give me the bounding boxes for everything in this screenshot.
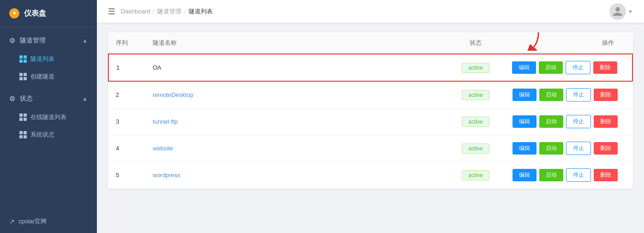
sidebar-group-status: ⚙ 状态 ▲ 在线隧道列表 系统状态 (0, 89, 97, 143)
sidebar-group-label-tunnel: 隧道管理 (20, 36, 46, 45)
breadcrumb-item-dashboard[interactable]: Dashboard (121, 8, 150, 15)
gear-icon-2: ⚙ (9, 95, 15, 103)
grid-icon-4 (19, 131, 27, 138)
chevron-down-icon[interactable]: ▼ (628, 9, 633, 14)
delete-button[interactable]: 删除 (594, 169, 618, 181)
sidebar-item-online-tunnel[interactable]: 在线隧道列表 (0, 108, 97, 126)
cell-name: remoteDesktop (145, 81, 448, 108)
sidebar-item-label-system-status: 系统状态 (30, 131, 54, 139)
breadcrumb-sep-1: / (153, 8, 155, 15)
cell-actions: 编辑 启动 停止 删除 (503, 162, 632, 189)
status-badge: active (462, 117, 489, 127)
logo-icon: ✦ (9, 8, 19, 18)
cell-status: active (448, 135, 503, 162)
action-buttons: 编辑 启动 停止 删除 (511, 168, 625, 182)
cell-name: OA (145, 54, 448, 81)
breadcrumb: Dashboard / 隧道管理 / 隧道列表 (121, 7, 213, 16)
user-icon (612, 6, 623, 17)
sidebar-bottom: ↗ cpolar官网 (0, 210, 97, 233)
topbar: ☰ Dashboard / 隧道管理 / 隧道列表 ▼ (97, 0, 644, 23)
table-row: 1 OA active 编辑 启动 停止 删除 (108, 54, 632, 81)
sidebar-group-header-status[interactable]: ⚙ 状态 ▲ (0, 89, 97, 108)
action-buttons: 编辑 启动 停止 删除 (511, 115, 625, 128)
cell-actions: 编辑 启动 停止 删除 (503, 81, 632, 108)
avatar[interactable] (609, 3, 626, 20)
content-area: 序列 隧道名称 状态 操作 1 OA active 编辑 启动 停止 删除 (97, 23, 644, 233)
action-buttons: 编辑 启动 停止 删除 (511, 61, 625, 74)
table-row: 3 tunnel-ftp active 编辑 启动 停止 删除 (108, 108, 632, 135)
table-row: 2 remoteDesktop active 编辑 启动 停止 删除 (108, 81, 632, 108)
sidebar-item-label-online-tunnel: 在线隧道列表 (30, 113, 66, 121)
chevron-up-icon-2: ▲ (82, 96, 88, 102)
table-row: 4 website active 编辑 启动 停止 删除 (108, 135, 632, 162)
cell-actions: 编辑 启动 停止 删除 (503, 108, 632, 135)
cell-number: 4 (108, 135, 145, 162)
table-card: 序列 隧道名称 状态 操作 1 OA active 编辑 启动 停止 删除 (108, 32, 633, 189)
breadcrumb-sep-2: / (184, 8, 186, 15)
cell-number: 5 (108, 162, 145, 189)
start-button[interactable]: 启动 (539, 142, 563, 155)
status-badge: active (462, 143, 489, 154)
edit-button[interactable]: 编辑 (512, 61, 536, 74)
delete-button[interactable]: 删除 (594, 89, 618, 101)
hamburger-icon[interactable]: ☰ (108, 6, 115, 17)
gear-icon: ⚙ (9, 36, 15, 45)
table-wrapper: 序列 隧道名称 状态 操作 1 OA active 编辑 启动 停止 删除 (108, 32, 633, 189)
action-buttons: 编辑 启动 停止 删除 (511, 142, 625, 155)
edit-button[interactable]: 编辑 (513, 142, 537, 155)
breadcrumb-item-tunnel-mgmt[interactable]: 隧道管理 (157, 7, 181, 16)
col-actions: 操作 (503, 32, 632, 54)
status-badge: active (462, 63, 489, 73)
external-link[interactable]: ↗ cpolar官网 (9, 217, 88, 226)
delete-button[interactable]: 删除 (593, 61, 617, 74)
external-link-icon: ↗ (9, 218, 15, 225)
action-buttons: 编辑 启动 停止 删除 (511, 88, 625, 102)
delete-button[interactable]: 删除 (594, 115, 618, 128)
external-link-label: cpolar官网 (18, 217, 47, 226)
stop-button[interactable]: 停止 (566, 168, 591, 182)
edit-button[interactable]: 编辑 (513, 169, 537, 181)
sidebar: ✦ 仪表盘 ⚙ 隧道管理 ▲ 隧道列表 创建隧道 ⚙ (0, 0, 97, 233)
col-status: 状态 (448, 32, 503, 54)
topbar-right: ▼ (609, 3, 633, 20)
col-number: 序列 (108, 32, 145, 54)
cell-number: 1 (108, 54, 145, 81)
breadcrumb-item-current: 隧道列表 (189, 7, 213, 16)
start-button[interactable]: 启动 (539, 115, 563, 128)
sidebar-item-label-create-tunnel: 创建隧道 (30, 72, 54, 81)
grid-icon (19, 55, 27, 63)
sidebar-group-header-tunnel[interactable]: ⚙ 隧道管理 ▲ (0, 31, 97, 50)
stop-button[interactable]: 停止 (566, 61, 590, 74)
start-button[interactable]: 启动 (539, 169, 563, 181)
topbar-left: ☰ Dashboard / 隧道管理 / 隧道列表 (108, 6, 213, 17)
cell-number: 3 (108, 108, 145, 135)
cell-number: 2 (108, 81, 145, 108)
table-row: 5 wordpress active 编辑 启动 停止 删除 (108, 162, 632, 189)
cell-actions: 编辑 启动 停止 删除 (503, 135, 632, 162)
delete-button[interactable]: 删除 (594, 142, 618, 155)
cell-status: active (448, 54, 503, 81)
cell-name: tunnel-ftp (145, 108, 448, 135)
stop-button[interactable]: 停止 (566, 142, 591, 155)
start-button[interactable]: 启动 (539, 89, 563, 101)
stop-button[interactable]: 停止 (566, 115, 591, 128)
sidebar-item-tunnel-list[interactable]: 隧道列表 (0, 50, 97, 68)
stop-button[interactable]: 停止 (566, 88, 591, 102)
start-button[interactable]: 启动 (539, 61, 563, 74)
edit-button[interactable]: 编辑 (513, 115, 537, 128)
status-badge: active (462, 170, 489, 180)
chevron-up-icon: ▲ (82, 37, 88, 44)
sidebar-item-system-status[interactable]: 系统状态 (0, 126, 97, 143)
table-header-row: 序列 隧道名称 状态 操作 (108, 32, 632, 54)
cell-name: website (145, 135, 448, 162)
sidebar-logo-label: 仪表盘 (24, 9, 46, 18)
sidebar-item-create-tunnel[interactable]: 创建隧道 (0, 68, 97, 85)
edit-button[interactable]: 编辑 (513, 89, 537, 101)
grid-icon-2 (19, 73, 27, 80)
sidebar-group-tunnel-management: ⚙ 隧道管理 ▲ 隧道列表 创建隧道 (0, 31, 97, 85)
tunnel-table: 序列 隧道名称 状态 操作 1 OA active 编辑 启动 停止 删除 (108, 32, 633, 189)
main-area: ☰ Dashboard / 隧道管理 / 隧道列表 ▼ (97, 0, 644, 233)
grid-icon-3 (19, 114, 27, 121)
sidebar-logo[interactable]: ✦ 仪表盘 (0, 0, 97, 27)
status-badge: active (462, 90, 489, 100)
